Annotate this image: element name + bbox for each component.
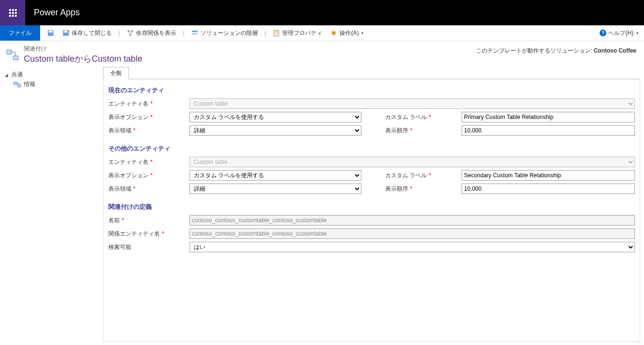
svg-rect-10 <box>49 31 53 32</box>
info-icon <box>13 81 21 88</box>
show-deps-label: 依存関係を表示 <box>136 29 176 37</box>
page-subtitle: 関連付け <box>24 45 142 53</box>
display-area-current-select[interactable]: 詳細 <box>190 125 361 136</box>
sidebar-item-label: 共通 <box>11 71 23 79</box>
label-display-order: 表示順序* <box>385 127 457 135</box>
file-button[interactable]: ファイル <box>0 25 40 41</box>
toolbar: ファイル × 保存して閉じる | 依存関係を表示 | ソリューションの階層 <box>0 25 644 41</box>
svg-rect-3 <box>9 12 11 14</box>
svg-point-23 <box>333 32 335 34</box>
actions-label: 操作(A) <box>339 29 359 37</box>
label-custom-label-other: カスタム ラベル* <box>385 172 457 180</box>
label-entity-name: エンティティ名* <box>108 100 185 108</box>
custom-label-current-input[interactable] <box>462 112 635 122</box>
svg-rect-26 <box>14 82 17 85</box>
managed-props-label: 管理プロパティ <box>282 29 322 37</box>
svg-rect-25 <box>13 56 18 60</box>
save-button[interactable] <box>44 28 57 38</box>
show-deps-button[interactable]: 依存関係を表示 <box>124 28 179 38</box>
sidebar-item-info[interactable]: 情報 <box>0 80 99 88</box>
app-header: Power Apps <box>0 0 644 25</box>
section-current-entity: 現在のエンティティ <box>108 86 635 95</box>
label-display-option: 表示オプション* <box>108 113 185 121</box>
label-rel-entity-name: 関係エンティティ名* <box>108 230 185 238</box>
sidebar: ◢ 共通 情報 <box>0 66 99 345</box>
svg-rect-21 <box>275 33 278 33</box>
relationship-icon <box>5 47 20 63</box>
actions-button[interactable]: 操作(A) ▾ <box>327 28 366 38</box>
tab-general[interactable]: 全般 <box>103 67 129 79</box>
svg-rect-6 <box>9 15 11 17</box>
section-other-entity: その他のエンティティ <box>108 144 635 153</box>
help-button[interactable]: ? ヘルプ(H) ▾ <box>600 29 638 37</box>
searchable-select[interactable]: はい <box>190 242 635 252</box>
caret-down-icon: ◢ <box>5 73 10 77</box>
svg-rect-27 <box>18 85 21 87</box>
label-entity-name-other: エンティティ名* <box>108 158 185 166</box>
display-order-current-input[interactable] <box>462 125 635 136</box>
label-display-order-other: 表示順序* <box>385 185 457 193</box>
sidebar-item-common[interactable]: ◢ 共通 <box>0 69 99 80</box>
svg-rect-2 <box>15 9 17 11</box>
props-icon <box>273 29 280 37</box>
display-area-other-select[interactable]: 詳細 <box>190 183 361 194</box>
svg-rect-24 <box>7 50 11 54</box>
svg-rect-18 <box>192 33 198 34</box>
svg-rect-1 <box>12 9 14 11</box>
waffle-icon <box>9 9 17 17</box>
deps-icon <box>127 29 134 37</box>
page-header: 関連付け Custom tableからCustom table このテンプレート… <box>0 41 644 66</box>
label-display-option-other: 表示オプション* <box>108 172 185 180</box>
label-name: 名前* <box>108 216 185 225</box>
label-display-area: 表示領域* <box>108 127 185 135</box>
display-option-other-select[interactable]: カスタム ラベルを使用する <box>190 170 361 181</box>
svg-rect-7 <box>12 15 14 17</box>
chevron-down-icon: ▾ <box>361 31 363 35</box>
svg-rect-5 <box>15 12 17 14</box>
rel-entity-name-input <box>190 228 635 239</box>
waffle-launcher[interactable] <box>0 0 25 25</box>
section-rel-def: 関連付けの定義 <box>108 203 635 211</box>
svg-rect-0 <box>9 9 11 11</box>
svg-rect-20 <box>275 32 278 32</box>
actions-icon <box>330 29 338 37</box>
save-close-icon: × <box>62 29 70 37</box>
label-display-area-other: 表示領域* <box>108 185 185 193</box>
layers-icon <box>191 29 199 37</box>
name-input <box>190 215 635 226</box>
solution-layers-button[interactable]: ソリューションの階層 <box>188 28 261 38</box>
tabs: 全般 <box>103 66 640 79</box>
label-custom-label: カスタム ラベル* <box>385 113 457 121</box>
solution-context: このテンプレートが動作するソリューション: Contoso Coffee <box>476 45 636 55</box>
svg-rect-8 <box>15 15 17 17</box>
app-title: Power Apps <box>34 8 80 18</box>
custom-label-other-input[interactable] <box>462 170 635 181</box>
save-close-label: 保存して閉じる <box>72 29 112 37</box>
page-title: Custom tableからCustom table <box>24 53 142 65</box>
solution-layers-label: ソリューションの階層 <box>201 29 258 37</box>
svg-rect-17 <box>192 31 198 32</box>
help-label: ヘルプ(H) <box>608 29 633 37</box>
chevron-down-icon: ▾ <box>636 31 638 35</box>
save-close-button[interactable]: × 保存して閉じる <box>59 28 115 38</box>
save-icon <box>47 29 54 37</box>
svg-text:×: × <box>67 29 70 33</box>
sidebar-item-label: 情報 <box>24 80 35 88</box>
svg-rect-4 <box>12 12 14 14</box>
label-searchable: 検索可能 <box>108 243 185 251</box>
form-area: 現在のエンティティ エンティティ名* Custom table 表示オプション* <box>103 79 640 342</box>
entity-name-other-select: Custom table <box>190 157 635 167</box>
entity-name-current-select: Custom table <box>190 98 635 109</box>
display-order-other-input[interactable] <box>462 183 635 194</box>
managed-props-button[interactable]: 管理プロパティ <box>270 28 325 38</box>
display-option-current-select[interactable]: カスタム ラベルを使用する <box>190 112 361 122</box>
help-icon: ? <box>600 30 606 36</box>
